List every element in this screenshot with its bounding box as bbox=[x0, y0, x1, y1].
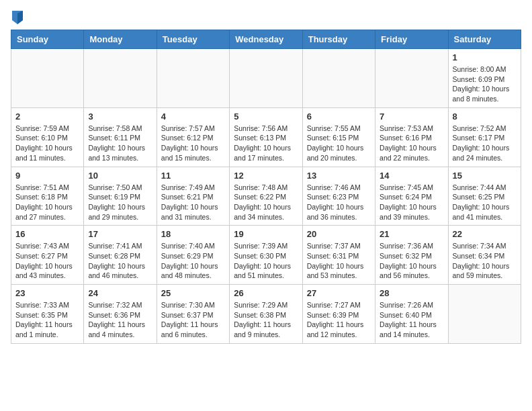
day-number: 17 bbox=[88, 229, 152, 239]
calendar-cell: 2Sunrise: 7:59 AM Sunset: 6:10 PM Daylig… bbox=[11, 107, 84, 167]
day-number: 2 bbox=[15, 111, 79, 122]
calendar-cell: 18Sunrise: 7:40 AM Sunset: 6:29 PM Dayli… bbox=[157, 226, 229, 285]
day-number: 11 bbox=[161, 171, 225, 181]
calendar-week-row: 23Sunrise: 7:33 AM Sunset: 6:35 PM Dayli… bbox=[11, 285, 521, 344]
logo bbox=[11, 11, 23, 24]
page-header bbox=[11, 11, 521, 24]
calendar-cell: 11Sunrise: 7:49 AM Sunset: 6:21 PM Dayli… bbox=[157, 167, 229, 226]
day-info: Sunrise: 7:41 AM Sunset: 6:28 PM Dayligh… bbox=[88, 241, 152, 281]
day-number: 12 bbox=[234, 171, 298, 181]
day-number: 10 bbox=[88, 171, 152, 181]
calendar-cell: 16Sunrise: 7:43 AM Sunset: 6:27 PM Dayli… bbox=[11, 226, 84, 285]
day-number: 6 bbox=[307, 111, 371, 122]
day-info: Sunrise: 7:34 AM Sunset: 6:34 PM Dayligh… bbox=[453, 241, 517, 281]
logo-icon bbox=[12, 11, 23, 24]
day-info: Sunrise: 7:36 AM Sunset: 6:32 PM Dayligh… bbox=[380, 241, 443, 281]
calendar-week-row: 1Sunrise: 8:00 AM Sunset: 6:09 PM Daylig… bbox=[11, 49, 521, 108]
day-header-monday: Monday bbox=[84, 30, 157, 49]
day-header-friday: Friday bbox=[375, 30, 448, 49]
day-number: 14 bbox=[380, 171, 443, 181]
calendar-cell bbox=[11, 49, 84, 108]
day-info: Sunrise: 7:45 AM Sunset: 6:24 PM Dayligh… bbox=[380, 183, 443, 222]
calendar-cell: 19Sunrise: 7:39 AM Sunset: 6:30 PM Dayli… bbox=[230, 226, 302, 285]
day-info: Sunrise: 7:39 AM Sunset: 6:30 PM Dayligh… bbox=[234, 241, 298, 281]
calendar-week-row: 9Sunrise: 7:51 AM Sunset: 6:18 PM Daylig… bbox=[11, 167, 521, 226]
day-header-thursday: Thursday bbox=[302, 30, 375, 49]
calendar-cell bbox=[84, 49, 157, 108]
day-number: 23 bbox=[15, 288, 79, 298]
calendar-cell: 3Sunrise: 7:58 AM Sunset: 6:11 PM Daylig… bbox=[84, 107, 157, 167]
day-number: 8 bbox=[453, 111, 517, 122]
day-number: 7 bbox=[380, 111, 443, 122]
day-number: 13 bbox=[307, 171, 371, 181]
calendar-cell bbox=[302, 49, 375, 108]
calendar-cell: 7Sunrise: 7:53 AM Sunset: 6:16 PM Daylig… bbox=[375, 107, 448, 167]
day-info: Sunrise: 7:40 AM Sunset: 6:29 PM Dayligh… bbox=[161, 241, 225, 281]
calendar-cell: 6Sunrise: 7:55 AM Sunset: 6:15 PM Daylig… bbox=[302, 107, 375, 167]
calendar-cell: 22Sunrise: 7:34 AM Sunset: 6:34 PM Dayli… bbox=[448, 226, 521, 285]
calendar-cell: 8Sunrise: 7:52 AM Sunset: 6:17 PM Daylig… bbox=[448, 107, 521, 167]
day-info: Sunrise: 7:33 AM Sunset: 6:35 PM Dayligh… bbox=[15, 300, 79, 340]
day-number: 22 bbox=[453, 229, 517, 239]
calendar-cell bbox=[157, 49, 229, 108]
calendar-cell: 13Sunrise: 7:46 AM Sunset: 6:23 PM Dayli… bbox=[302, 167, 375, 226]
day-info: Sunrise: 7:59 AM Sunset: 6:10 PM Dayligh… bbox=[15, 124, 79, 163]
calendar-cell: 20Sunrise: 7:37 AM Sunset: 6:31 PM Dayli… bbox=[302, 226, 375, 285]
calendar-cell: 25Sunrise: 7:30 AM Sunset: 6:37 PM Dayli… bbox=[157, 285, 229, 344]
day-info: Sunrise: 7:56 AM Sunset: 6:13 PM Dayligh… bbox=[234, 124, 298, 163]
day-info: Sunrise: 7:30 AM Sunset: 6:37 PM Dayligh… bbox=[161, 300, 225, 340]
day-info: Sunrise: 7:58 AM Sunset: 6:11 PM Dayligh… bbox=[88, 124, 152, 163]
calendar-cell: 9Sunrise: 7:51 AM Sunset: 6:18 PM Daylig… bbox=[11, 167, 84, 226]
day-info: Sunrise: 7:51 AM Sunset: 6:18 PM Dayligh… bbox=[15, 183, 79, 222]
calendar-cell bbox=[448, 285, 521, 344]
calendar-table: SundayMondayTuesdayWednesdayThursdayFrid… bbox=[11, 30, 521, 344]
calendar-cell: 23Sunrise: 7:33 AM Sunset: 6:35 PM Dayli… bbox=[11, 285, 84, 344]
calendar-cell: 5Sunrise: 7:56 AM Sunset: 6:13 PM Daylig… bbox=[230, 107, 302, 167]
day-info: Sunrise: 7:49 AM Sunset: 6:21 PM Dayligh… bbox=[161, 183, 225, 222]
day-info: Sunrise: 7:53 AM Sunset: 6:16 PM Dayligh… bbox=[380, 124, 443, 163]
day-number: 25 bbox=[161, 288, 225, 298]
calendar-cell: 10Sunrise: 7:50 AM Sunset: 6:19 PM Dayli… bbox=[84, 167, 157, 226]
day-number: 28 bbox=[380, 288, 443, 298]
day-info: Sunrise: 7:52 AM Sunset: 6:17 PM Dayligh… bbox=[453, 124, 517, 163]
day-number: 26 bbox=[234, 288, 298, 298]
day-number: 5 bbox=[234, 111, 298, 122]
day-number: 16 bbox=[15, 229, 79, 239]
calendar-cell: 27Sunrise: 7:27 AM Sunset: 6:39 PM Dayli… bbox=[302, 285, 375, 344]
calendar-cell: 24Sunrise: 7:32 AM Sunset: 6:36 PM Dayli… bbox=[84, 285, 157, 344]
calendar-cell: 17Sunrise: 7:41 AM Sunset: 6:28 PM Dayli… bbox=[84, 226, 157, 285]
day-header-saturday: Saturday bbox=[448, 30, 521, 49]
day-number: 18 bbox=[161, 229, 225, 239]
day-info: Sunrise: 7:29 AM Sunset: 6:38 PM Dayligh… bbox=[234, 300, 298, 340]
day-info: Sunrise: 7:43 AM Sunset: 6:27 PM Dayligh… bbox=[15, 241, 79, 281]
day-info: Sunrise: 7:46 AM Sunset: 6:23 PM Dayligh… bbox=[307, 183, 371, 222]
calendar-header-row: SundayMondayTuesdayWednesdayThursdayFrid… bbox=[11, 30, 521, 49]
day-info: Sunrise: 8:00 AM Sunset: 6:09 PM Dayligh… bbox=[453, 64, 517, 104]
calendar-cell: 12Sunrise: 7:48 AM Sunset: 6:22 PM Dayli… bbox=[230, 167, 302, 226]
calendar-cell: 26Sunrise: 7:29 AM Sunset: 6:38 PM Dayli… bbox=[230, 285, 302, 344]
calendar-cell: 15Sunrise: 7:44 AM Sunset: 6:25 PM Dayli… bbox=[448, 167, 521, 226]
calendar-week-row: 16Sunrise: 7:43 AM Sunset: 6:27 PM Dayli… bbox=[11, 226, 521, 285]
calendar-cell: 1Sunrise: 8:00 AM Sunset: 6:09 PM Daylig… bbox=[448, 49, 521, 108]
calendar-cell bbox=[375, 49, 448, 108]
calendar-cell: 28Sunrise: 7:26 AM Sunset: 6:40 PM Dayli… bbox=[375, 285, 448, 344]
day-number: 4 bbox=[161, 111, 225, 122]
day-info: Sunrise: 7:37 AM Sunset: 6:31 PM Dayligh… bbox=[307, 241, 371, 281]
day-number: 1 bbox=[453, 52, 517, 62]
day-number: 21 bbox=[380, 229, 443, 239]
day-info: Sunrise: 7:50 AM Sunset: 6:19 PM Dayligh… bbox=[88, 183, 152, 222]
day-number: 3 bbox=[88, 111, 152, 122]
day-header-wednesday: Wednesday bbox=[230, 30, 302, 49]
day-info: Sunrise: 7:32 AM Sunset: 6:36 PM Dayligh… bbox=[88, 300, 152, 340]
day-number: 20 bbox=[307, 229, 371, 239]
day-number: 15 bbox=[453, 171, 517, 181]
calendar-cell: 4Sunrise: 7:57 AM Sunset: 6:12 PM Daylig… bbox=[157, 107, 229, 167]
calendar-cell: 14Sunrise: 7:45 AM Sunset: 6:24 PM Dayli… bbox=[375, 167, 448, 226]
day-number: 9 bbox=[15, 171, 79, 181]
day-number: 27 bbox=[307, 288, 371, 298]
calendar-week-row: 2Sunrise: 7:59 AM Sunset: 6:10 PM Daylig… bbox=[11, 107, 521, 167]
day-info: Sunrise: 7:27 AM Sunset: 6:39 PM Dayligh… bbox=[307, 300, 371, 340]
day-number: 24 bbox=[88, 288, 152, 298]
calendar-cell bbox=[230, 49, 302, 108]
day-header-sunday: Sunday bbox=[11, 30, 84, 49]
